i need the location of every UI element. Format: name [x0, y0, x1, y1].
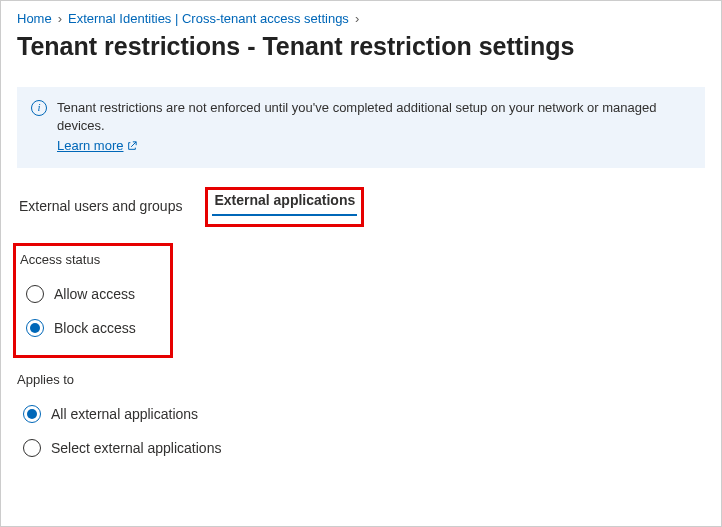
- tabs: External users and groups External appli…: [17, 192, 705, 223]
- radio-block-access-label: Block access: [54, 320, 136, 336]
- learn-more-label: Learn more: [57, 137, 123, 155]
- breadcrumb-external-identities[interactable]: External Identities | Cross-tenant acces…: [68, 11, 349, 26]
- radio-allow-access-label: Allow access: [54, 286, 135, 302]
- radio-select-external-applications-label: Select external applications: [51, 440, 221, 456]
- external-link-icon: [127, 141, 137, 151]
- info-icon: i: [31, 100, 47, 116]
- radio-icon: [26, 285, 44, 303]
- learn-more-link[interactable]: Learn more: [57, 137, 137, 155]
- breadcrumb: Home › External Identities | Cross-tenan…: [17, 11, 705, 26]
- radio-block-access[interactable]: Block access: [20, 311, 160, 345]
- radio-select-external-applications[interactable]: Select external applications: [17, 431, 705, 465]
- chevron-right-icon: ›: [355, 11, 359, 26]
- radio-icon: [23, 405, 41, 423]
- highlight-external-applications-tab: External applications: [205, 187, 364, 227]
- info-banner-message: Tenant restrictions are not enforced unt…: [57, 100, 656, 133]
- radio-all-external-applications[interactable]: All external applications: [17, 397, 705, 431]
- info-banner: i Tenant restrictions are not enforced u…: [17, 87, 705, 168]
- tab-external-users-groups[interactable]: External users and groups: [17, 192, 184, 222]
- access-status-label: Access status: [20, 252, 160, 267]
- page-title: Tenant restrictions - Tenant restriction…: [17, 32, 705, 61]
- tab-external-applications[interactable]: External applications: [212, 186, 357, 216]
- radio-all-external-applications-label: All external applications: [51, 406, 198, 422]
- radio-allow-access[interactable]: Allow access: [20, 277, 160, 311]
- radio-icon: [23, 439, 41, 457]
- radio-icon: [26, 319, 44, 337]
- chevron-right-icon: ›: [58, 11, 62, 26]
- breadcrumb-home[interactable]: Home: [17, 11, 52, 26]
- applies-to-label: Applies to: [17, 372, 705, 387]
- highlight-access-status: Access status Allow access Block access: [13, 243, 173, 358]
